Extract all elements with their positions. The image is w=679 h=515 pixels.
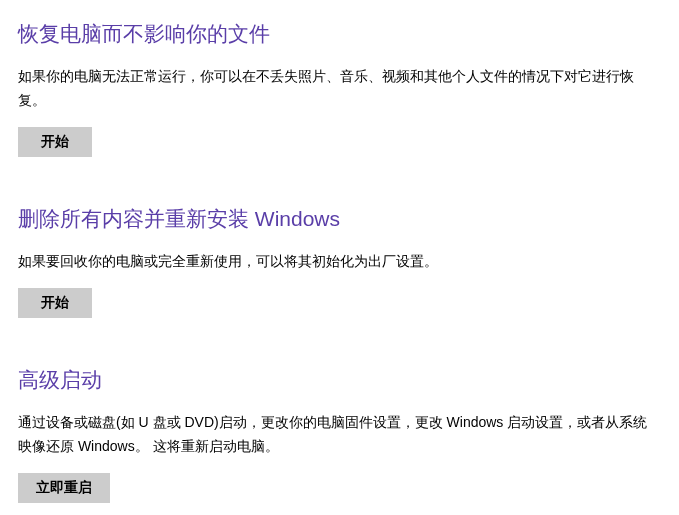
reset-pc-start-button[interactable]: 开始 xyxy=(18,288,92,318)
refresh-pc-desc: 如果你的电脑无法正常运行，你可以在不丢失照片、音乐、视频和其他个人文件的情况下对… xyxy=(18,65,661,113)
advanced-startup-desc: 通过设备或磁盘(如 U 盘或 DVD)启动，更改你的电脑固件设置，更改 Wind… xyxy=(18,411,661,459)
reset-pc-desc: 如果要回收你的电脑或完全重新使用，可以将其初始化为出厂设置。 xyxy=(18,250,661,274)
reset-pc-title: 删除所有内容并重新安装 Windows xyxy=(18,205,661,232)
reset-pc-section: 删除所有内容并重新安装 Windows 如果要回收你的电脑或完全重新使用，可以将… xyxy=(18,205,661,318)
advanced-startup-restart-button[interactable]: 立即重启 xyxy=(18,473,110,503)
refresh-pc-start-button[interactable]: 开始 xyxy=(18,127,92,157)
advanced-startup-section: 高级启动 通过设备或磁盘(如 U 盘或 DVD)启动，更改你的电脑固件设置，更改… xyxy=(18,366,661,503)
refresh-pc-section: 恢复电脑而不影响你的文件 如果你的电脑无法正常运行，你可以在不丢失照片、音乐、视… xyxy=(18,20,661,157)
advanced-startup-title: 高级启动 xyxy=(18,366,661,393)
refresh-pc-title: 恢复电脑而不影响你的文件 xyxy=(18,20,661,47)
